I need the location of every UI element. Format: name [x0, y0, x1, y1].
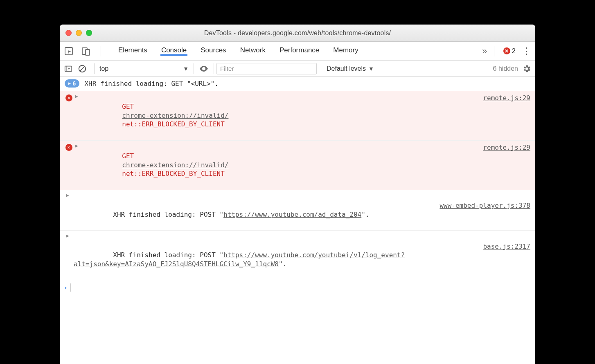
- message-text: GET chrome-extension://invalid/ net::ERR…: [83, 94, 530, 138]
- tab-memory[interactable]: Memory: [332, 46, 359, 56]
- context-value: top: [99, 65, 108, 72]
- error-icon: ✕: [65, 94, 72, 101]
- chevron-right-icon: ▶: [68, 81, 71, 86]
- console-row-error[interactable]: ✕ ▶ GET chrome-extension://invalid/ net:…: [60, 140, 535, 190]
- request-url[interactable]: chrome-extension://invalid/: [122, 112, 228, 119]
- chevron-right-icon[interactable]: ▶: [75, 143, 80, 149]
- separator: [194, 63, 194, 74]
- devtools-window: DevTools - developers.google.com/web/too…: [60, 25, 535, 364]
- tab-network[interactable]: Network: [239, 46, 266, 56]
- close-window-button[interactable]: [65, 30, 72, 36]
- source-link[interactable]: www-embed-player.js:378: [439, 201, 530, 210]
- console-row-log[interactable]: ▶ www-embed-player.js:378 XHR finished l…: [60, 190, 535, 230]
- console-settings-icon[interactable]: [522, 64, 531, 73]
- chevron-right-icon[interactable]: ▶: [66, 193, 71, 199]
- console-toolbar: top ▼ Default levels ▼ 6 hidden: [60, 61, 535, 77]
- message-count-pill[interactable]: ▶ 6: [65, 79, 79, 88]
- svg-rect-2: [86, 49, 90, 55]
- tab-sources[interactable]: Sources: [200, 46, 227, 56]
- titlebar: DevTools - developers.google.com/web/too…: [60, 25, 535, 42]
- main-tabbar: Elements Console Sources Network Perform…: [60, 42, 535, 61]
- separator: [214, 63, 214, 74]
- error-icon: ✕: [503, 47, 510, 54]
- error-count-badge[interactable]: ✕ 2: [503, 47, 516, 55]
- empty-space: [60, 295, 535, 364]
- clear-console-icon[interactable]: [78, 64, 87, 73]
- console-row-error[interactable]: ✕ ▶ GET chrome-extension://invalid/ net:…: [60, 91, 535, 140]
- message-text: base.js:2317 XHR finished loading: POST …: [74, 233, 530, 277]
- levels-label: Default levels: [327, 65, 366, 72]
- hidden-messages-count[interactable]: 6 hidden: [493, 65, 522, 72]
- tab-console[interactable]: Console: [160, 46, 187, 56]
- minimize-window-button[interactable]: [76, 30, 82, 36]
- source-link[interactable]: remote.js:29: [483, 94, 530, 103]
- message-text: www-embed-player.js:378 XHR finished loa…: [74, 193, 530, 228]
- log-levels-selector[interactable]: Default levels ▼: [327, 65, 374, 72]
- live-expression-icon[interactable]: [199, 64, 209, 74]
- console-prompt[interactable]: ›: [60, 280, 535, 295]
- pill-count: 6: [72, 80, 76, 88]
- text-cursor: [70, 283, 70, 292]
- chevron-right-icon[interactable]: ▶: [66, 233, 71, 239]
- tab-elements[interactable]: Elements: [117, 46, 148, 56]
- error-icon: ✕: [65, 144, 72, 151]
- console-messages: ▶ 6 XHR finished loading: GET "<URL>". ✕…: [60, 77, 535, 364]
- device-toolbar-icon[interactable]: [81, 46, 91, 56]
- chevron-down-icon: ▼: [183, 65, 189, 72]
- http-method: GET: [122, 152, 134, 160]
- chevron-right-icon[interactable]: ▶: [75, 94, 80, 100]
- prompt-caret-icon: ›: [65, 284, 67, 291]
- tabs-overflow-button[interactable]: »: [482, 46, 487, 56]
- message-text: XHR finished loading: GET "<URL>".: [84, 79, 530, 88]
- panel-tabs: Elements Console Sources Network Perform…: [117, 46, 359, 56]
- filter-input[interactable]: [216, 63, 317, 74]
- message-text: GET chrome-extension://invalid/ net::ERR…: [83, 143, 530, 187]
- separator: [101, 46, 101, 56]
- window-controls: [65, 30, 92, 36]
- console-row-log[interactable]: ▶ base.js:2317 XHR finished loading: POS…: [60, 230, 535, 280]
- request-url[interactable]: https://www.youtube.com/ad_data_204: [223, 211, 361, 218]
- svg-point-5: [203, 68, 205, 70]
- error-code: net::ERR_BLOCKED_BY_CLIENT: [122, 120, 224, 128]
- separator: [494, 46, 494, 56]
- chevron-down-icon: ▼: [368, 65, 374, 72]
- tab-performance[interactable]: Performance: [279, 46, 320, 56]
- console-row-summary[interactable]: ▶ 6 XHR finished loading: GET "<URL>".: [60, 77, 535, 91]
- more-options-button[interactable]: ⋮: [522, 46, 531, 56]
- console-sidebar-toggle-icon[interactable]: [64, 64, 73, 73]
- execution-context-selector[interactable]: top ▼: [97, 65, 191, 72]
- http-method: GET: [122, 103, 134, 110]
- error-code: net::ERR_BLOCKED_BY_CLIENT: [122, 170, 224, 178]
- source-link[interactable]: base.js:2317: [483, 242, 530, 251]
- maximize-window-button[interactable]: [86, 30, 92, 36]
- window-title: DevTools - developers.google.com/web/too…: [60, 29, 535, 37]
- request-url[interactable]: chrome-extension://invalid/: [122, 161, 228, 169]
- error-count: 2: [512, 47, 516, 55]
- separator: [94, 63, 95, 74]
- inspect-element-icon[interactable]: [64, 46, 74, 56]
- source-link[interactable]: remote.js:29: [483, 143, 530, 152]
